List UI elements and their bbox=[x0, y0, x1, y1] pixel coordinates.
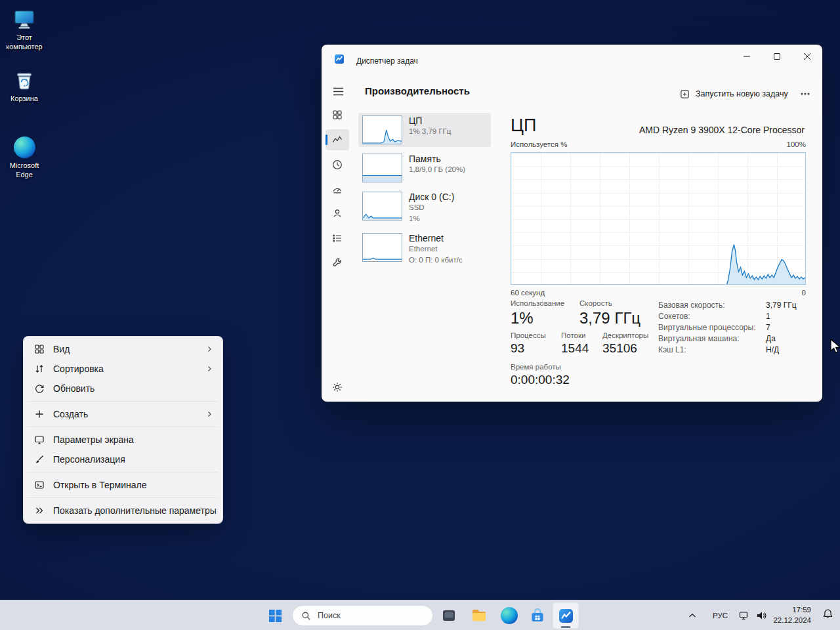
spec-label: Виртуальная машина: bbox=[658, 333, 766, 345]
task-manager-icon bbox=[558, 608, 574, 624]
run-new-task-label: Запустить новую задачу bbox=[696, 89, 788, 98]
context-menu-item-display-settings[interactable]: Параметры экрана bbox=[26, 430, 220, 450]
context-menu-item-show-more-options[interactable]: Показать дополнительные параметры bbox=[26, 501, 220, 520]
run-new-task-button[interactable]: Запустить новую задачу bbox=[675, 84, 793, 104]
context-menu-item-view[interactable]: Вид bbox=[26, 339, 220, 359]
titlebar[interactable]: Диспетчер задач bbox=[322, 45, 822, 74]
spec-label: Базовая скорость: bbox=[658, 300, 766, 311]
page-title: Производительность bbox=[365, 85, 470, 96]
context-menu-item-new[interactable]: Создать bbox=[26, 404, 220, 424]
new-icon bbox=[34, 409, 45, 419]
taskbar-task-manager[interactable] bbox=[553, 602, 579, 629]
cpu-usage-graph[interactable] bbox=[511, 152, 806, 285]
nav-settings[interactable] bbox=[326, 377, 349, 398]
desktop-context-menu: Вид Сортировка Обновить Создат bbox=[23, 336, 223, 524]
nav-performance[interactable] bbox=[326, 129, 349, 150]
perf-item-sub: 1,8/9,0 ГБ (20%) bbox=[409, 165, 465, 175]
spec-value: 7 bbox=[766, 322, 807, 333]
perf-item-disk[interactable]: Диск 0 (C:) SSD 1% bbox=[358, 189, 491, 226]
desktop-icon-microsoft-edge[interactable]: Microsoft Edge bbox=[1, 135, 48, 180]
menu-separator bbox=[28, 427, 219, 427]
perf-item-sub2: О: 0 П: 0 кбит/с bbox=[409, 255, 463, 266]
performance-icon bbox=[332, 135, 343, 145]
taskbar-search[interactable]: Поиск bbox=[292, 605, 433, 626]
cpu-processor-name: AMD Ryzen 9 3900X 12-Core Processor bbox=[639, 125, 805, 135]
search-icon bbox=[301, 611, 311, 621]
history-icon bbox=[332, 159, 343, 170]
taskbar-file-explorer[interactable] bbox=[466, 602, 492, 629]
task-manager-window: Диспетчер задач Производительность Запус… bbox=[322, 45, 822, 402]
taskbar-edge[interactable] bbox=[496, 602, 522, 629]
context-menu-item-sort[interactable]: Сортировка bbox=[26, 359, 220, 379]
nav-processes[interactable] bbox=[326, 104, 349, 125]
personalize-icon bbox=[34, 454, 45, 465]
graph-unit-label: Используется % bbox=[511, 140, 567, 148]
nav-details[interactable] bbox=[326, 228, 349, 249]
desktop-icon-label: Этот компьютер bbox=[1, 33, 48, 52]
context-menu-label: Обновить bbox=[53, 383, 213, 394]
graph-zero-label: 0 bbox=[802, 289, 806, 297]
minimize-button[interactable] bbox=[732, 45, 762, 68]
perf-item-title: ЦП bbox=[409, 116, 451, 126]
spec-label: Кэш L1: bbox=[658, 345, 766, 356]
desktop-icon-this-pc[interactable]: Этот компьютер bbox=[1, 7, 48, 52]
perf-item-title: Память bbox=[409, 154, 465, 164]
stat-label: Время работы bbox=[511, 363, 570, 371]
terminal-icon bbox=[34, 480, 45, 490]
nav-users[interactable] bbox=[326, 203, 349, 224]
show-more-icon bbox=[34, 505, 45, 516]
selected-indicator bbox=[326, 135, 327, 145]
language-label: РУС bbox=[713, 612, 728, 620]
perf-item-title: Ethernet bbox=[409, 233, 463, 243]
nav-services[interactable] bbox=[326, 252, 349, 273]
context-menu-item-personalize[interactable]: Персонализация bbox=[26, 450, 220, 469]
context-menu-item-refresh[interactable]: Обновить bbox=[26, 379, 220, 398]
windows-logo-icon bbox=[269, 610, 282, 622]
desktop-icon-label: Корзина bbox=[10, 94, 38, 104]
stat-value: 35106 bbox=[602, 341, 648, 356]
spec-value: 3,79 ГГц bbox=[766, 300, 807, 311]
details-icon bbox=[332, 233, 343, 243]
desktop-icon-label: Microsoft Edge bbox=[1, 161, 48, 180]
context-menu-label: Показать дополнительные параметры bbox=[53, 505, 217, 516]
spec-label: Сокетов: bbox=[658, 311, 766, 322]
more-options-button[interactable] bbox=[795, 84, 815, 104]
taskbar-pinned-app[interactable] bbox=[436, 602, 462, 629]
tray-date: 22.12.2024 bbox=[773, 616, 811, 626]
close-button[interactable] bbox=[792, 45, 822, 68]
taskbar-store[interactable] bbox=[524, 602, 551, 629]
nav-startup-apps[interactable] bbox=[326, 178, 349, 200]
tray-language[interactable]: РУС bbox=[709, 600, 732, 630]
tray-show-hidden-icons[interactable] bbox=[685, 607, 700, 624]
perf-item-sub: Ethernet bbox=[409, 244, 463, 255]
start-button[interactable] bbox=[262, 602, 288, 629]
search-placeholder: Поиск bbox=[318, 611, 341, 620]
desktop-icon-recycle-bin[interactable]: Корзина bbox=[1, 68, 48, 104]
tray-clock[interactable]: 17:59 22.12.2024 bbox=[773, 600, 811, 630]
perf-item-ethernet[interactable]: Ethernet Ethernet О: 0 П: 0 кбит/с bbox=[358, 230, 491, 268]
stat-label: Потоки bbox=[561, 331, 589, 339]
maximize-button[interactable] bbox=[762, 45, 792, 68]
navigation-menu-button[interactable] bbox=[327, 81, 349, 101]
stat-processes: Процессы 93 bbox=[511, 331, 546, 356]
tray-system-icons[interactable] bbox=[734, 606, 771, 625]
stat-value: 0:00:00:32 bbox=[511, 373, 570, 387]
perf-item-sub: SSD bbox=[409, 203, 454, 213]
perf-item-cpu[interactable]: ЦП 1% 3,79 ГГц bbox=[358, 113, 491, 147]
file-explorer-icon bbox=[471, 607, 488, 624]
stat-usage: Использование 1% bbox=[511, 299, 564, 327]
spec-value: 1 bbox=[766, 311, 807, 322]
context-menu-item-open-in-terminal[interactable]: Открыть в Терминале bbox=[26, 475, 220, 495]
notifications-button[interactable] bbox=[822, 608, 833, 620]
tray-time: 17:59 bbox=[773, 605, 811, 616]
edge-icon bbox=[501, 607, 518, 624]
perf-item-memory[interactable]: Память 1,8/9,0 ГБ (20%) bbox=[358, 151, 491, 185]
spec-value: Н/Д bbox=[766, 345, 807, 356]
context-menu-label: Создать bbox=[53, 409, 197, 419]
refresh-icon bbox=[34, 383, 45, 394]
edge-icon bbox=[12, 135, 37, 159]
hamburger-icon bbox=[333, 87, 344, 96]
disk-mini-graph bbox=[362, 192, 402, 220]
task-manager-app-icon bbox=[334, 54, 345, 64]
nav-app-history[interactable] bbox=[326, 154, 349, 175]
